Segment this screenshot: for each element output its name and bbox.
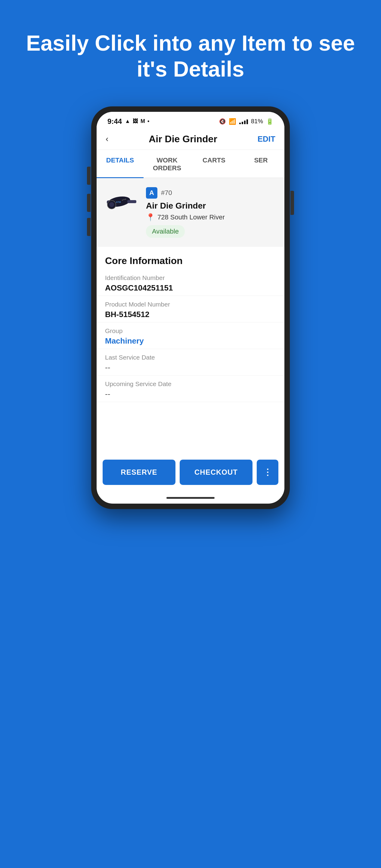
status-right: 🔇 📶 81% 🔋 bbox=[219, 118, 274, 125]
svg-rect-2 bbox=[127, 200, 136, 203]
home-indicator bbox=[166, 497, 215, 499]
phone-wrapper: 9:44 ▲ 🖼 M • 🔇 📶 bbox=[88, 106, 293, 868]
dot-icon: • bbox=[147, 118, 149, 124]
field-last-service: Last Service Date -- bbox=[97, 349, 284, 375]
item-badge-row: A #70 bbox=[146, 187, 277, 198]
upcoming-service-value: -- bbox=[105, 390, 276, 399]
svg-point-6 bbox=[122, 199, 123, 201]
svg-text:ATM: ATM bbox=[116, 201, 121, 204]
field-identification: Identification Number AOSGC104251151 bbox=[97, 270, 284, 296]
core-info-title: Core Information bbox=[97, 247, 284, 270]
page-title: Air Die Grinder bbox=[149, 133, 217, 145]
battery-percent: 81% bbox=[251, 118, 263, 125]
edit-button[interactable]: EDIT bbox=[257, 134, 275, 144]
item-info: A #70 Air Die Grinder 📍 728 South Lower … bbox=[146, 187, 277, 238]
location-text: 728 South Lower River bbox=[158, 213, 225, 221]
last-service-label: Last Service Date bbox=[105, 354, 276, 361]
svg-point-7 bbox=[124, 199, 125, 200]
status-badge: Available bbox=[146, 225, 185, 238]
battery-icon: 🔋 bbox=[266, 118, 274, 125]
mail-icon: M bbox=[141, 118, 145, 124]
item-location: 📍 728 South Lower River bbox=[146, 213, 277, 221]
phone-screen: 9:44 ▲ 🖼 M • 🔇 📶 bbox=[97, 112, 284, 504]
item-image: ATM bbox=[104, 187, 140, 214]
mute-icon: 🔇 bbox=[219, 118, 226, 125]
item-name: Air Die Grinder bbox=[146, 201, 277, 211]
app-header: ‹ Air Die Grinder EDIT bbox=[97, 129, 284, 150]
identification-value: AOSGC104251151 bbox=[105, 283, 276, 293]
field-group: Group Machinery bbox=[97, 322, 284, 349]
signal-bars-icon bbox=[239, 119, 248, 124]
tab-work-orders[interactable]: WORK ORDERS bbox=[144, 150, 190, 178]
tabs-bar: DETAILS WORK ORDERS CARTS SER bbox=[97, 150, 284, 178]
arrow-icon: ▲ bbox=[125, 118, 130, 124]
back-button[interactable]: ‹ bbox=[106, 134, 108, 144]
tab-carts[interactable]: CARTS bbox=[190, 150, 237, 178]
svg-point-4 bbox=[109, 202, 114, 207]
last-service-value: -- bbox=[105, 363, 276, 372]
model-number-label: Product Model Number bbox=[105, 301, 276, 308]
item-type-badge: A bbox=[146, 187, 158, 198]
upcoming-service-label: Upcoming Service Date bbox=[105, 380, 276, 388]
status-bar: 9:44 ▲ 🖼 M • 🔇 📶 bbox=[97, 112, 284, 129]
phone-shell: 9:44 ▲ 🖼 M • 🔇 📶 bbox=[91, 106, 290, 509]
grinder-image: ATM bbox=[104, 190, 140, 211]
svg-point-8 bbox=[125, 198, 126, 200]
status-time: 9:44 bbox=[107, 117, 122, 126]
group-label: Group bbox=[105, 327, 276, 335]
tab-service[interactable]: SER bbox=[237, 150, 284, 178]
location-pin-icon: 📍 bbox=[146, 213, 155, 221]
more-options-button[interactable]: ⋮ bbox=[257, 460, 278, 485]
item-card: ATM A #70 Air Die Grinder 📍 bbox=[97, 178, 284, 247]
field-model-number: Product Model Number BH-5154512 bbox=[97, 296, 284, 322]
status-icons-left: ▲ 🖼 M • bbox=[125, 118, 149, 124]
checkout-button[interactable]: CHECKOUT bbox=[180, 460, 252, 485]
item-number: #70 bbox=[161, 189, 172, 197]
hero-text: Easily Click into any Item to see it's D… bbox=[0, 0, 381, 100]
gallery-icon: 🖼 bbox=[133, 118, 138, 124]
tab-details[interactable]: DETAILS bbox=[97, 150, 144, 178]
wifi-icon: 📶 bbox=[229, 118, 236, 125]
model-number-value: BH-5154512 bbox=[105, 310, 276, 319]
status-left: 9:44 ▲ 🖼 M • bbox=[107, 117, 149, 126]
bottom-action-bar: RESERVE CHECKOUT ⋮ bbox=[97, 454, 284, 494]
field-upcoming-service: Upcoming Service Date -- bbox=[97, 375, 284, 402]
group-value[interactable]: Machinery bbox=[105, 336, 276, 346]
identification-label: Identification Number bbox=[105, 274, 276, 281]
reserve-button[interactable]: RESERVE bbox=[103, 460, 175, 485]
